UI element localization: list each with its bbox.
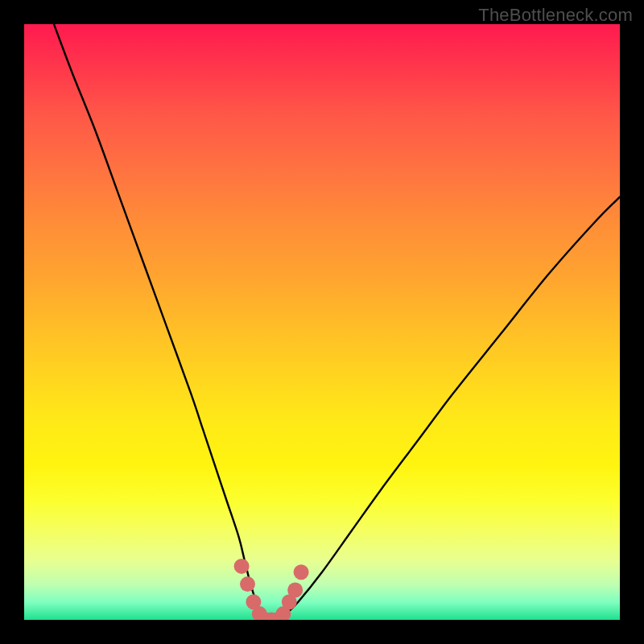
bottleneck-curve: [54, 24, 620, 620]
chart-frame: TheBottleneck.com: [0, 0, 644, 644]
bottom-dot: [287, 583, 303, 598]
bottom-dot: [294, 564, 309, 580]
plot-area: [24, 24, 620, 620]
curve-layer: [24, 24, 620, 620]
bottleneck-curve-path: [54, 24, 620, 620]
watermark-text: TheBottleneck.com: [478, 5, 633, 26]
bottom-dot-markers: [234, 559, 309, 620]
bottom-dot: [240, 576, 255, 592]
bottom-dot: [234, 559, 250, 574]
